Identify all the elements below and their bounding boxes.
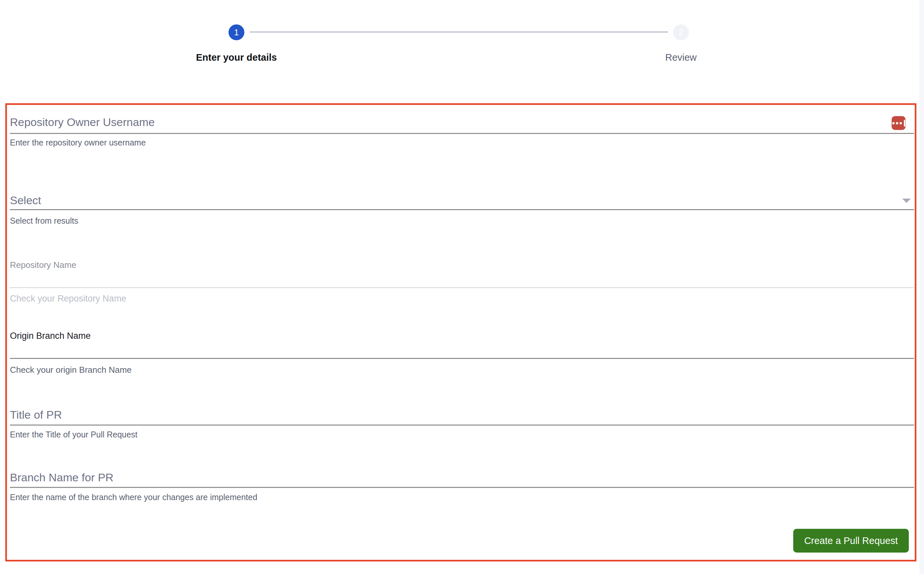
repository-name-helper: Check your Repository Name [10, 293, 127, 304]
select-dropdown[interactable]: Select [10, 194, 914, 209]
password-cursor-icon [904, 120, 905, 127]
input-underline [10, 424, 914, 426]
input-underline [10, 209, 914, 210]
chevron-down-icon [902, 199, 911, 203]
stepper-connector-line [250, 32, 668, 32]
create-pull-request-button[interactable]: Create a Pull Request [793, 529, 909, 553]
step-1-indicator: 1 [228, 24, 244, 40]
page-edge-gutter [919, 0, 924, 574]
pr-branch-helper: Enter the name of the branch where your … [10, 492, 257, 502]
input-underline [10, 487, 914, 488]
step-1-number: 1 [234, 27, 239, 38]
origin-branch-input[interactable] [10, 342, 914, 357]
repository-name-label: Repository Name [10, 260, 76, 270]
step-2-number: 2 [679, 27, 683, 38]
origin-branch-helper: Check your origin Branch Name [10, 365, 132, 375]
password-dot-icon [892, 122, 895, 125]
pr-title-helper: Enter the Title of your Pull Request [10, 430, 138, 439]
pr-title-input[interactable] [10, 406, 914, 424]
input-underline [10, 358, 914, 359]
pr-branch-input[interactable] [10, 468, 914, 486]
pr-title-field [10, 406, 914, 424]
step-2-label: Review [665, 52, 696, 63]
step-2-indicator: 2 [673, 24, 689, 40]
input-underline [10, 287, 914, 288]
password-dot-icon [896, 122, 898, 125]
password-manager-icon[interactable] [892, 116, 905, 130]
select-dropdown-value: Select [10, 194, 41, 207]
repository-owner-helper: Enter the repository owner username [10, 138, 146, 147]
repository-name-input[interactable] [10, 271, 914, 287]
pr-branch-field [10, 468, 914, 486]
input-underline [10, 133, 914, 134]
repository-owner-input[interactable] [10, 112, 888, 132]
origin-branch-label: Origin Branch Name [10, 331, 91, 341]
select-helper: Select from results [10, 216, 78, 226]
origin-branch-field [10, 342, 914, 357]
step-1-label: Enter your details [196, 52, 277, 63]
repository-name-field [10, 271, 914, 287]
password-dot-icon [900, 122, 902, 125]
stepper: 1 2 Enter your details Review [0, 0, 924, 66]
repository-owner-field [10, 112, 888, 132]
